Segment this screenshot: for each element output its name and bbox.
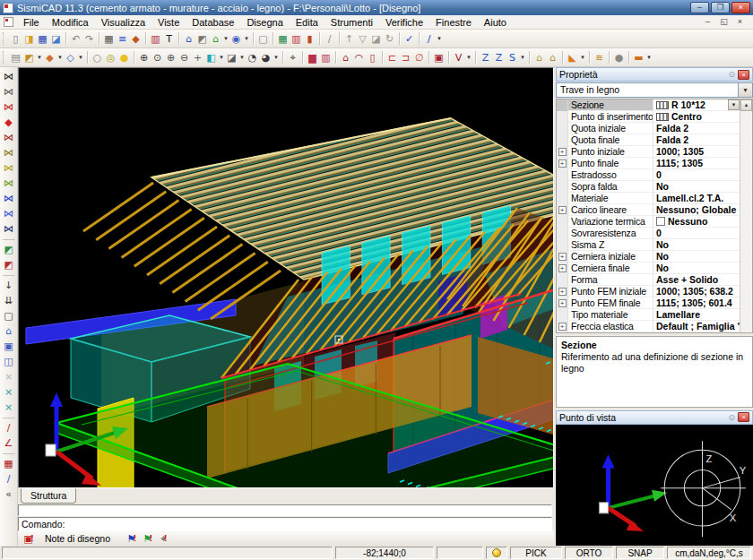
expand-icon[interactable]: [557, 216, 568, 228]
note-marker-icon[interactable]: ▣!: [22, 531, 36, 546]
check-model-icon[interactable]: ✓: [402, 31, 416, 46]
expand-icon[interactable]: +: [557, 146, 568, 158]
zoom-out-icon[interactable]: ⊖: [177, 50, 191, 65]
expand-icon[interactable]: [557, 309, 568, 321]
panel-copy-icon[interactable]: ◫: [1, 354, 17, 369]
menu-item[interactable]: Viste: [151, 16, 186, 29]
lower-icon[interactable]: ▽: [356, 31, 369, 46]
pick-toggle[interactable]: PICK: [510, 547, 562, 559]
menu-item[interactable]: Disegna: [240, 16, 289, 29]
expand-icon[interactable]: [557, 169, 568, 181]
beam-horizontal-icon[interactable]: ⊏: [385, 50, 399, 65]
print-preview-icon[interactable]: ▤: [9, 50, 22, 65]
dropdown-arrow-icon[interactable]: ▼: [77, 55, 84, 60]
solid-ghost-icon[interactable]: ◇: [64, 50, 77, 65]
filter-beam-blue-icon[interactable]: ⋈: [1, 191, 17, 206]
opening-tool-icon[interactable]: ▣: [432, 50, 446, 65]
property-row[interactable]: Sovraresistenza 0: [557, 228, 740, 239]
light-on-icon[interactable]: ●: [117, 50, 131, 65]
property-row[interactable]: Sisma Z No: [557, 239, 740, 251]
menu-item[interactable]: Strumenti: [325, 16, 379, 29]
wall-tool-icon[interactable]: ⌂: [339, 50, 352, 65]
menu-item[interactable]: Edita: [290, 16, 325, 29]
import-model-icon[interactable]: ◪: [49, 31, 63, 46]
sections-db-icon[interactable]: ▥: [149, 31, 162, 46]
levels-icon[interactable]: ≡: [116, 31, 129, 46]
property-value[interactable]: Asse + Solido: [653, 274, 740, 286]
property-value[interactable]: No: [653, 263, 740, 274]
zoom-window-icon[interactable]: ⊕: [137, 50, 151, 65]
command-input[interactable]: Comando:: [18, 517, 552, 531]
property-row[interactable]: Quota finale Falda 2: [557, 134, 740, 146]
property-row[interactable]: Sopra falda No: [557, 181, 740, 193]
expand-icon[interactable]: +: [557, 204, 568, 216]
menu-item[interactable]: Verifiche: [379, 16, 429, 29]
minimize-button[interactable]: –: [690, 2, 709, 13]
slope-view-icon[interactable]: ∕: [323, 31, 336, 46]
view-camera-icon[interactable]: ◉: [229, 31, 243, 46]
property-value[interactable]: 1000; 1305; 638.2: [653, 286, 740, 297]
property-row[interactable]: Forma Asse + Solido: [557, 274, 740, 286]
solid-view-icon[interactable]: ◪: [369, 31, 383, 46]
expand-icon[interactable]: [557, 239, 568, 251]
text-x-icon[interactable]: ×: [1, 384, 17, 400]
rebar-view-icon[interactable]: ▥: [319, 50, 333, 65]
dropdown-arrow-icon[interactable]: ▼: [465, 55, 472, 60]
value-dropdown-icon[interactable]: ▼: [728, 99, 740, 110]
property-row[interactable]: + Cerniera iniziale No: [557, 251, 740, 263]
steel-s-icon[interactable]: S: [506, 50, 519, 65]
picker-tool-icon[interactable]: ∕: [1, 471, 17, 487]
tables-icon[interactable]: ▦: [276, 31, 290, 46]
plate-green-icon[interactable]: ◩: [1, 242, 17, 257]
prev-note-icon[interactable]: ⚑!: [125, 531, 139, 546]
property-value[interactable]: 0: [653, 169, 740, 181]
zoom-object-icon[interactable]: ◕: [259, 50, 273, 65]
polyline-tool-icon[interactable]: ∠: [1, 435, 17, 451]
dropdown-arrow-icon[interactable]: ▼: [579, 55, 586, 60]
dropdown-arrow-icon[interactable]: ▼: [218, 55, 225, 60]
expand-icon[interactable]: [557, 274, 568, 286]
zoom-extents-icon[interactable]: ◔: [246, 50, 259, 65]
grid-scrollbar[interactable]: ▲: [740, 99, 752, 332]
menu-item[interactable]: Database: [186, 16, 240, 29]
menu-item[interactable]: Visualizza: [95, 16, 151, 29]
property-value[interactable]: R 10*12 ▼: [653, 99, 740, 111]
undo-icon[interactable]: ↶: [69, 31, 82, 46]
close-button[interactable]: ×: [731, 2, 750, 13]
model-canvas[interactable]: [19, 68, 553, 487]
draw-line-icon[interactable]: ∕: [422, 31, 436, 46]
snap-toggle[interactable]: SNAP: [616, 547, 664, 559]
expand-icon[interactable]: [557, 228, 568, 239]
mdi-document-icon[interactable]: [4, 17, 13, 27]
property-row[interactable]: Variazione termica Nessuno: [557, 216, 740, 228]
shell-blue-icon[interactable]: ⌂: [1, 323, 17, 339]
solid-render-icon[interactable]: ◩: [22, 50, 36, 65]
filter-beam-red-icon[interactable]: ⋈: [1, 99, 17, 115]
expand-icon[interactable]: [557, 123, 568, 134]
dropdown-arrow-icon[interactable]: ▼: [36, 55, 43, 60]
expand-icon[interactable]: [557, 181, 568, 193]
redo-icon[interactable]: ↷: [82, 31, 96, 46]
property-row[interactable]: Materiale Lamell.cl.2 T.A.: [557, 193, 740, 204]
load-arrow-icon[interactable]: ↓: [1, 278, 17, 293]
zoom-previous-icon[interactable]: ⊙: [151, 50, 164, 65]
dropdown-arrow-icon[interactable]: ▼: [243, 36, 250, 41]
view-axo-icon[interactable]: ⌂: [209, 31, 222, 46]
erase-x-icon[interactable]: ×: [1, 369, 17, 384]
expand-icon[interactable]: +: [557, 286, 568, 297]
dropdown-arrow-icon[interactable]: ▼: [436, 36, 443, 41]
menu-item[interactable]: File: [17, 16, 46, 29]
menu-item[interactable]: Modifica: [46, 16, 95, 29]
panel-close-icon[interactable]: ×: [738, 70, 749, 80]
property-value[interactable]: 1115; 1305: [653, 158, 740, 169]
find-note-icon[interactable]: ⌖!: [157, 531, 171, 546]
restore-button[interactable]: ❐: [711, 2, 730, 13]
expand-icon[interactable]: [557, 111, 568, 123]
work-plane-icon[interactable]: ◧: [204, 50, 218, 65]
pin-icon[interactable]: ⊙: [728, 413, 735, 422]
chevron-down-icon[interactable]: ▼: [739, 82, 753, 98]
property-row[interactable]: + Freccia elastica Default ; Famiglia "U…: [557, 321, 740, 332]
filter-beam-green-icon[interactable]: ⋈: [1, 176, 17, 191]
orbit-icon[interactable]: ↻: [383, 31, 396, 46]
new-file-icon[interactable]: ▯: [9, 31, 22, 46]
